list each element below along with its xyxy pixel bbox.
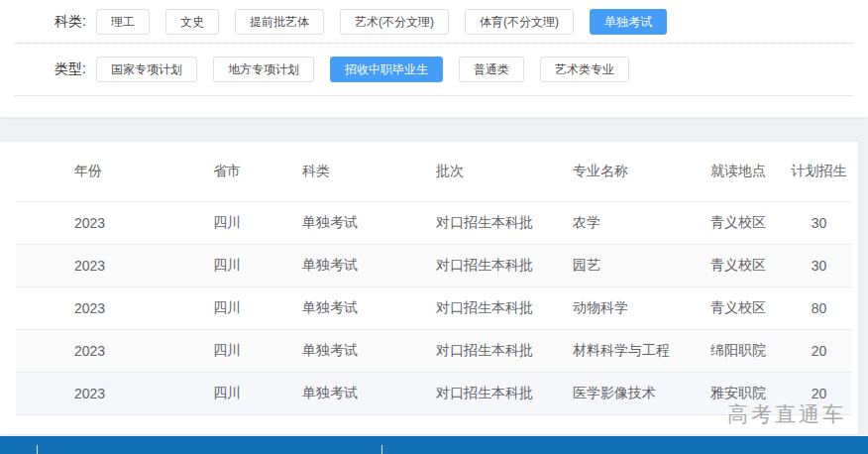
table-header-row: 年份 省市 科类 批次 专业名称 就读地点 计划招生 [16,142,852,201]
column-header-subject-category: 科类 [302,142,436,201]
cell-year: 2023 [16,201,213,244]
cell-campus: 青义校区 [710,286,786,329]
watermark-gaokao-zhitongche: 高考直通车 [727,400,846,428]
cell-subject-category: 单独考试 [302,372,436,414]
footer-divider [381,445,382,454]
filter-row-subject-category: 科类: 理工 文史 提前批艺体 艺术(不分文理) 体育(不分文理) 单独考试 [15,0,853,44]
column-header-province: 省市 [213,142,302,201]
column-header-batch: 批次 [436,142,573,201]
column-header-planned-enrollment: 计划招生 [786,142,852,201]
cell-campus: 青义校区 [710,201,786,244]
admission-plan-table: 年份 省市 科类 批次 专业名称 就读地点 计划招生 2023 四川 单独考试 … [16,142,852,415]
filter-option-tiqianpi-yiti[interactable]: 提前批艺体 [235,9,324,35]
filter-option-putonglei[interactable]: 普通类 [459,57,524,82]
cell-province: 四川 [213,286,302,329]
column-header-campus: 就读地点 [710,142,786,201]
column-header-major-name: 专业名称 [573,142,710,201]
cell-planned-enrollment: 80 [786,286,852,329]
filter-row-plan-type: 类型: 国家专项计划 地方专项计划 招收中职毕业生 普通类 艺术类专业 [15,44,853,96]
filter-option-dandu-kaoshi[interactable]: 单独考试 [590,9,667,35]
cell-planned-enrollment: 20 [786,329,852,372]
cell-planned-enrollment: 30 [786,201,852,244]
cell-year: 2023 [16,372,213,414]
filter-option-guojia-zhuanxiang[interactable]: 国家专项计划 [96,57,197,82]
cell-year: 2023 [16,286,213,329]
filter-option-yishulei-zhuanye[interactable]: 艺术类专业 [540,57,629,82]
filter-option-wenshi[interactable]: 文史 [165,9,219,35]
filter-option-zhaoshou-zhongzhi[interactable]: 招收中职毕业生 [330,57,443,82]
cell-major-name: 医学影像技术 [573,372,710,414]
table-row: 2023 四川 单独考试 对口招生本科批 园艺 青义校区 30 [16,244,852,286]
cell-batch: 对口招生本科批 [436,372,573,414]
filter-label-kelei: 科类: [54,13,86,31]
cell-year: 2023 [16,329,213,372]
table-row: 2023 四川 单独考试 对口招生本科批 农学 青义校区 30 [16,201,852,244]
cell-batch: 对口招生本科批 [436,201,573,244]
cell-province: 四川 [213,244,302,286]
cell-major-name: 园艺 [573,244,710,286]
cell-campus: 青义校区 [710,244,786,286]
cell-major-name: 农学 [573,201,710,244]
cell-subject-category: 单独考试 [302,201,436,244]
filter-panel: 科类: 理工 文史 提前批艺体 艺术(不分文理) 体育(不分文理) 单独考试 类… [0,0,868,117]
filter-option-difang-zhuanxiang[interactable]: 地方专项计划 [213,57,314,82]
results-panel: 年份 省市 科类 批次 专业名称 就读地点 计划招生 2023 四川 单独考试 … [0,142,858,434]
cell-major-name: 材料科学与工程 [573,329,710,372]
cell-batch: 对口招生本科批 [436,244,573,286]
filter-label-leixing: 类型: [54,60,86,78]
filter-option-tiyu-bufen[interactable]: 体育(不分文理) [465,9,574,35]
footer-bar [0,436,868,454]
cell-subject-category: 单独考试 [302,244,436,286]
cell-year: 2023 [16,244,213,286]
cell-batch: 对口招生本科批 [436,329,573,372]
cell-province: 四川 [213,329,302,372]
table-row: 2023 四川 单独考试 对口招生本科批 动物科学 青义校区 80 [16,286,852,329]
cell-planned-enrollment: 30 [786,244,852,286]
filter-option-yishu-bufen[interactable]: 艺术(不分文理) [340,9,449,35]
cell-province: 四川 [213,372,302,414]
footer-divider [37,445,38,454]
column-header-year: 年份 [16,142,213,201]
cell-batch: 对口招生本科批 [436,286,573,329]
cell-province: 四川 [213,201,302,244]
table-row: 2023 四川 单独考试 对口招生本科批 材料科学与工程 绵阳职院 20 [16,329,852,372]
cell-subject-category: 单独考试 [302,329,436,372]
cell-subject-category: 单独考试 [302,286,436,329]
cell-campus: 绵阳职院 [710,329,786,372]
filter-option-ligong[interactable]: 理工 [96,9,150,35]
cell-major-name: 动物科学 [573,286,710,329]
